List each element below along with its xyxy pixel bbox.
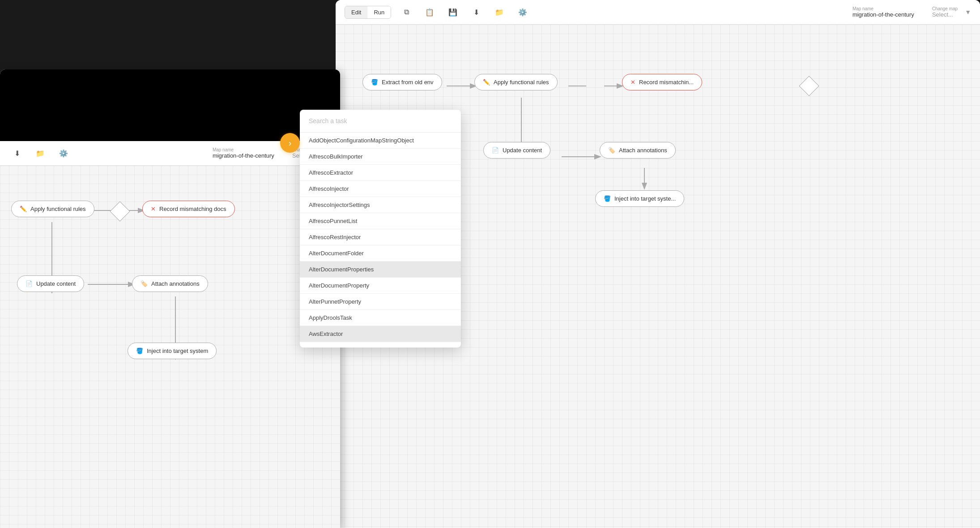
front-update-icon: 📄 <box>26 280 33 287</box>
front-node-attach[interactable]: 🏷️ Attach annotations <box>132 275 208 292</box>
run-button[interactable]: Run <box>367 6 391 18</box>
search-header <box>300 110 461 133</box>
search-item[interactable]: AlterDocumentProperties <box>300 262 461 278</box>
front-canvas[interactable]: ✏️ Apply functional rules ✕ Record misma… <box>0 166 340 528</box>
copy-icon-btn[interactable]: ⧉ <box>398 4 414 20</box>
orange-next-button[interactable]: › <box>280 133 300 153</box>
search-item[interactable]: AwsInjector <box>300 342 461 348</box>
extract-icon: 🪣 <box>371 79 378 86</box>
search-input[interactable] <box>309 117 452 124</box>
search-item[interactable]: AwsExtractor <box>300 326 461 342</box>
front-black-bar <box>0 69 340 141</box>
back-change-map-select[interactable]: Select... <box>932 11 958 18</box>
front-download-btn[interactable]: ⬇ <box>9 145 25 161</box>
front-record-label: Record mismatching docs <box>159 206 226 212</box>
settings-icon-btn[interactable]: ⚙️ <box>515 4 531 20</box>
back-node-update[interactable]: 📄 Update content <box>483 142 550 159</box>
back-node-extract[interactable]: 🪣 Extract from old env <box>362 74 442 90</box>
back-apply-icon: ✏️ <box>483 79 490 86</box>
front-folder-btn[interactable]: 📁 <box>32 145 48 161</box>
front-map-name-label: Map name <box>213 147 234 152</box>
back-attach-icon: 🏷️ <box>608 147 615 154</box>
back-inject-label: Inject into target syste... <box>614 195 676 202</box>
download-icon-btn[interactable]: ⬇ <box>468 4 484 20</box>
search-panel: AddObjectConfigurationMapStringObjectAlf… <box>300 110 461 348</box>
front-node-inject[interactable]: 🪣 Inject into target system <box>128 343 217 359</box>
front-apply-label: Apply functional rules <box>30 206 86 212</box>
back-update-label: Update content <box>503 147 542 154</box>
front-inject-icon: 🪣 <box>136 348 143 354</box>
search-item[interactable]: AlterDocumentProperty <box>300 278 461 294</box>
back-toolbar: Edit Run ⧉ 📋 💾 ⬇ 📁 ⚙️ Map name migration… <box>336 0 980 25</box>
back-node-attach[interactable]: 🏷️ Attach annotations <box>600 142 676 159</box>
extract-label: Extract from old env <box>382 79 434 86</box>
edit-run-group[interactable]: Edit Run <box>345 6 391 19</box>
back-diamond-1[interactable] <box>799 76 819 96</box>
back-attach-label: Attach annotations <box>619 147 667 154</box>
search-item[interactable]: AlfrescoInjectorSettings <box>300 197 461 213</box>
back-inject-icon: 🪣 <box>604 195 611 202</box>
front-update-label: Update content <box>36 280 76 287</box>
front-inject-label: Inject into target system <box>147 348 208 354</box>
front-map-name-value: migration-of-the-century <box>213 152 274 159</box>
back-node-apply[interactable]: ✏️ Apply functional rules <box>474 74 558 90</box>
search-list: AddObjectConfigurationMapStringObjectAlf… <box>300 133 461 348</box>
front-attach-icon: 🏷️ <box>141 280 148 287</box>
search-item[interactable]: AlfrescoPunnetList <box>300 213 461 229</box>
front-settings-btn[interactable]: ⚙️ <box>55 145 72 161</box>
back-map-name-label: Map name <box>852 6 873 11</box>
search-item[interactable]: ApplyDroolsTask <box>300 310 461 326</box>
back-update-icon: 📄 <box>492 147 499 154</box>
front-attach-label: Attach annotations <box>151 280 200 287</box>
search-item[interactable]: AlfrescoBulkImporter <box>300 149 461 165</box>
front-map-name-section: Map name migration-of-the-century <box>213 147 274 159</box>
front-node-update[interactable]: 📄 Update content <box>17 275 84 292</box>
search-item[interactable]: AlfrescoExtractor <box>300 165 461 181</box>
doc-icon-btn[interactable]: 📋 <box>422 4 438 20</box>
edit-button[interactable]: Edit <box>345 6 367 18</box>
back-record-icon: ✕ <box>631 79 635 86</box>
search-item[interactable]: AlfrescoRestInjector <box>300 229 461 245</box>
front-node-record[interactable]: ✕ Record mismatching docs <box>142 201 235 217</box>
search-item[interactable]: AddObjectConfigurationMapStringObject <box>300 133 461 149</box>
back-change-map-section[interactable]: Change map Select... <box>932 6 958 18</box>
back-map-name-value: migration-of-the-century <box>852 11 914 18</box>
back-node-record[interactable]: ✕ Record mismatchin... <box>622 74 702 90</box>
search-item[interactable]: AlterDocumentFolder <box>300 245 461 262</box>
search-item[interactable]: AlterPunnetProperty <box>300 294 461 310</box>
back-change-map-label: Change map <box>932 6 958 11</box>
back-map-name-section: Map name migration-of-the-century <box>852 6 914 18</box>
front-diamond[interactable] <box>110 201 130 221</box>
folder-icon-btn[interactable]: 📁 <box>491 4 507 20</box>
back-node-inject[interactable]: 🪣 Inject into target syste... <box>595 190 684 207</box>
save-icon-btn[interactable]: 💾 <box>445 4 461 20</box>
front-apply-icon: ✏️ <box>20 206 27 212</box>
back-chevron-icon: ▼ <box>965 9 971 16</box>
search-item[interactable]: AlfrescoInjector <box>300 181 461 197</box>
front-node-apply[interactable]: ✏️ Apply functional rules <box>11 201 94 217</box>
back-apply-label: Apply functional rules <box>494 79 549 86</box>
back-record-label: Record mismatchin... <box>639 79 694 86</box>
front-record-icon: ✕ <box>151 206 156 212</box>
